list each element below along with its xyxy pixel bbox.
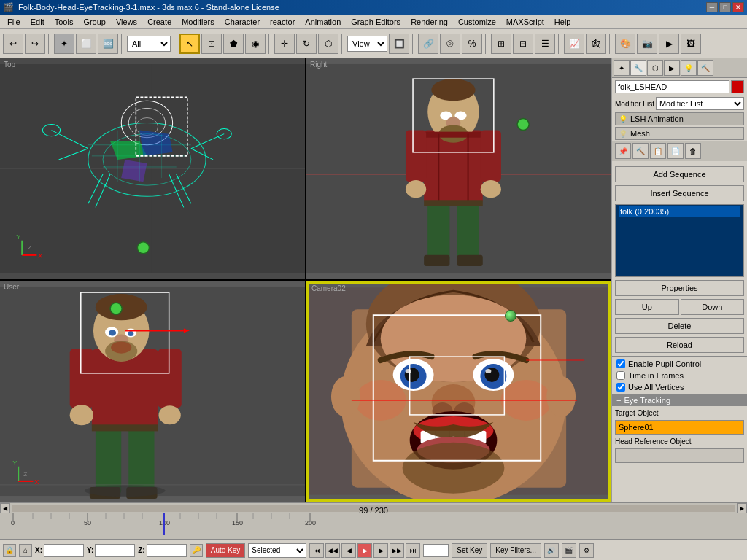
- object-name-input[interactable]: [615, 80, 729, 93]
- percent-snap-button[interactable]: %: [462, 34, 482, 54]
- angle-snap-button[interactable]: ⦾: [440, 34, 460, 54]
- frame-input[interactable]: 99: [423, 544, 449, 557]
- select-object-button[interactable]: ✦: [54, 34, 74, 54]
- menu-edit[interactable]: Edit: [26, 17, 49, 27]
- scroll-left-button[interactable]: ◀: [0, 503, 10, 513]
- schematic-button[interactable]: 🕸: [586, 34, 606, 54]
- panel-tab-hierarchy[interactable]: ⬡: [647, 60, 663, 76]
- arrow-cursor-button[interactable]: ↖: [179, 34, 200, 54]
- modifier-item-lsh[interactable]: 💡 LSH Animation: [615, 112, 744, 125]
- select-region-button[interactable]: ⬜: [76, 34, 96, 54]
- menu-character[interactable]: Character: [220, 17, 264, 27]
- snap-button[interactable]: 🔗: [418, 34, 438, 54]
- menu-views[interactable]: Views: [112, 17, 142, 27]
- enable-pupil-checkbox[interactable]: [616, 359, 625, 368]
- prev-frame-button[interactable]: ◀: [341, 543, 356, 558]
- auto-key-button[interactable]: Auto Key: [206, 543, 246, 558]
- menu-customize[interactable]: Customize: [454, 17, 500, 27]
- maximize-button[interactable]: □: [719, 2, 731, 12]
- panel-tab-display[interactable]: 💡: [681, 60, 697, 76]
- next-frame-button[interactable]: ▶: [374, 543, 388, 558]
- menu-maxscript[interactable]: MAXScript: [502, 17, 549, 27]
- properties-button[interactable]: Properties: [615, 280, 744, 296]
- close-button[interactable]: ✕: [732, 2, 744, 12]
- menu-reactor[interactable]: reactor: [266, 17, 299, 27]
- z-input[interactable]: [147, 544, 187, 557]
- use-all-vertices-checkbox[interactable]: [616, 383, 625, 392]
- object-color-swatch[interactable]: [731, 80, 744, 93]
- quick-render-button[interactable]: ▶: [659, 34, 679, 54]
- sequence-list[interactable]: folk (0.20035): [615, 204, 744, 277]
- curve-editor-button[interactable]: 📈: [564, 34, 584, 54]
- scroll-track[interactable]: 99 / 230: [12, 505, 735, 512]
- render-scene-button[interactable]: 📷: [637, 34, 657, 54]
- next-key-button[interactable]: ▶▶: [390, 543, 404, 558]
- sequence-list-item[interactable]: folk (0.20035): [619, 206, 740, 217]
- paste-icon[interactable]: 📄: [667, 143, 684, 159]
- play-button[interactable]: ▶: [357, 543, 372, 558]
- filter-dropdown[interactable]: All: [127, 36, 171, 52]
- delete-button[interactable]: Delete: [615, 318, 744, 334]
- modifier-item-mesh[interactable]: 💡 Mesh: [615, 127, 744, 140]
- mirror-button[interactable]: ⊞: [491, 34, 511, 54]
- select-region-button2[interactable]: ⊡: [201, 34, 222, 54]
- align-button[interactable]: ⊟: [513, 34, 533, 54]
- menu-group[interactable]: Group: [79, 17, 110, 27]
- render-last-button[interactable]: 🖼: [681, 34, 701, 54]
- add-sequence-button[interactable]: Add Sequence: [615, 166, 744, 182]
- lock-icon[interactable]: 🔒: [3, 544, 16, 557]
- minimize-button[interactable]: ─: [706, 2, 718, 12]
- set-key-button[interactable]: Set Key: [452, 543, 487, 558]
- prev-key-button[interactable]: ◀◀: [325, 543, 340, 558]
- menu-create[interactable]: Create: [143, 17, 176, 27]
- goto-end-button[interactable]: ⏭: [406, 543, 420, 558]
- viewport-camera[interactable]: Camera02: [306, 281, 611, 502]
- menu-tools[interactable]: Tools: [50, 17, 78, 27]
- rotate-button[interactable]: ↻: [296, 34, 317, 54]
- panel-tab-modify[interactable]: 🔧: [630, 60, 646, 76]
- select-by-name-button[interactable]: 🔤: [98, 34, 118, 54]
- extra-btn-3[interactable]: ⚙: [579, 543, 594, 558]
- down-button[interactable]: Down: [681, 299, 745, 315]
- extra-btn-1[interactable]: 🔊: [544, 543, 559, 558]
- layer-button[interactable]: ☰: [535, 34, 555, 54]
- menu-rendering[interactable]: Rendering: [406, 17, 452, 27]
- key-filters-button[interactable]: Key Filters...: [490, 543, 541, 558]
- selected-dropdown[interactable]: Selected All: [248, 543, 306, 558]
- delete-mod-icon[interactable]: 🗑: [685, 143, 701, 159]
- menu-graph-editors[interactable]: Graph Editors: [347, 17, 405, 27]
- reload-button[interactable]: Reload: [615, 337, 744, 353]
- undo-button[interactable]: ↩: [3, 34, 23, 54]
- viewport-user[interactable]: User: [0, 281, 305, 502]
- panel-tab-create[interactable]: ✦: [614, 60, 630, 76]
- x-input[interactable]: [44, 544, 84, 557]
- modifier-list-dropdown[interactable]: Modifier List: [656, 97, 744, 110]
- menu-file[interactable]: File: [3, 17, 25, 27]
- redo-button[interactable]: ↪: [25, 34, 45, 54]
- material-editor-button[interactable]: 🎨: [615, 34, 635, 54]
- time-in-frames-checkbox[interactable]: [616, 371, 625, 380]
- lasso-select-button[interactable]: ◉: [245, 34, 266, 54]
- hammer-icon[interactable]: 🔨: [632, 143, 649, 159]
- panel-tab-motion[interactable]: ▶: [664, 60, 680, 76]
- pin-icon[interactable]: 📌: [615, 143, 631, 159]
- extra-btn-2[interactable]: 🎬: [562, 543, 576, 558]
- view-button[interactable]: 🔲: [389, 34, 409, 54]
- scale-button[interactable]: ⬡: [318, 34, 338, 54]
- insert-sequence-button[interactable]: Insert Sequence: [615, 185, 744, 201]
- view-dropdown[interactable]: View: [347, 36, 387, 52]
- move-button[interactable]: ✛: [274, 34, 295, 54]
- viewport-right[interactable]: Right: [306, 58, 611, 279]
- panel-tab-utilities[interactable]: 🔨: [697, 60, 713, 76]
- timeline-ruler[interactable]: 0 50 100 150 200: [0, 513, 747, 540]
- scroll-right-button[interactable]: ▶: [737, 503, 747, 513]
- menu-help[interactable]: Help: [550, 17, 576, 27]
- viewport-top[interactable]: Top: [0, 58, 305, 279]
- menu-modifiers[interactable]: Modifiers: [177, 17, 219, 27]
- home-icon[interactable]: ⌂: [19, 544, 32, 557]
- head-ref-input[interactable]: [615, 448, 744, 463]
- target-object-input[interactable]: Sphere01: [615, 420, 744, 435]
- copy-icon[interactable]: 📋: [650, 143, 666, 159]
- goto-start-button[interactable]: ⏮: [309, 543, 324, 558]
- up-button[interactable]: Up: [615, 299, 679, 315]
